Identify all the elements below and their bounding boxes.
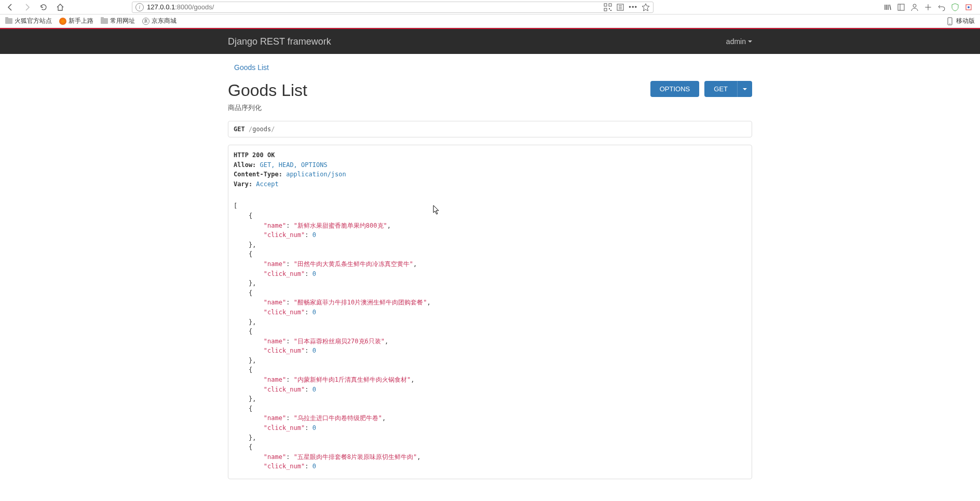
back-button[interactable]: [3, 1, 18, 13]
bookmark-common-sites[interactable]: 常用网址: [101, 17, 135, 25]
extension-icon[interactable]: [964, 3, 973, 11]
caret-down-icon: [748, 40, 752, 43]
request-path: goods: [252, 126, 271, 133]
svg-rect-3: [609, 8, 610, 9]
svg-rect-0: [604, 4, 607, 6]
request-box: GET /goods/: [228, 121, 752, 137]
svg-point-15: [913, 4, 916, 7]
svg-rect-1: [609, 4, 611, 6]
request-method: GET: [234, 126, 245, 133]
svg-point-17: [968, 6, 970, 8]
bookmark-star-icon[interactable]: [642, 3, 650, 11]
svg-rect-13: [898, 4, 904, 10]
user-name: admin: [726, 37, 746, 46]
bookmark-label: 京东商城: [152, 17, 176, 25]
brand-link[interactable]: Django REST framework: [228, 36, 331, 47]
page-subtitle: 商品序列化: [228, 103, 752, 113]
library-icon[interactable]: [883, 3, 892, 11]
bookmark-label: 火狐官方站点: [15, 17, 52, 25]
get-button[interactable]: GET: [704, 81, 737, 97]
shield-icon[interactable]: [951, 3, 959, 11]
svg-rect-2: [604, 8, 607, 11]
forward-button[interactable]: [20, 1, 34, 13]
response-header: Content-Type: application/json: [234, 170, 746, 179]
drf-header: Django REST framework admin: [0, 29, 980, 54]
svg-point-19: [949, 23, 950, 24]
bookmark-label: 常用网址: [110, 17, 135, 25]
menu-dots-icon[interactable]: •••: [629, 3, 637, 11]
firefox-icon: [59, 18, 66, 25]
qr-icon[interactable]: [604, 3, 612, 11]
url-bar[interactable]: i 127.0.0.1:8000/goods/ •••: [132, 2, 654, 13]
page-title: Goods List: [228, 81, 307, 100]
mobile-icon[interactable]: [946, 17, 954, 25]
bookmark-firefox-official[interactable]: 火狐官方站点: [5, 17, 52, 25]
bookmarks-bar: 火狐官方站点 新手上路 常用网址 京 京东商城 移动版: [0, 15, 980, 28]
home-button[interactable]: [53, 1, 67, 13]
response-status: HTTP 200 OK: [234, 151, 275, 159]
sidebar-icon[interactable]: [897, 3, 905, 11]
site-info-icon[interactable]: i: [135, 3, 144, 11]
undo-icon[interactable]: [937, 3, 946, 11]
sync-icon[interactable]: [924, 3, 932, 11]
main-content: Goods List Goods List OPTIONS GET 商品序列化 …: [228, 54, 752, 479]
folder-icon: [5, 18, 12, 24]
breadcrumb[interactable]: Goods List: [228, 63, 752, 72]
response-box: HTTP 200 OK Allow: GET, HEAD, OPTIONSCon…: [228, 145, 752, 479]
reload-button[interactable]: [36, 1, 51, 13]
options-button[interactable]: OPTIONS: [650, 81, 700, 97]
bookmark-label: 新手上路: [69, 17, 93, 25]
svg-rect-4: [610, 10, 611, 11]
svg-line-12: [890, 5, 891, 10]
reader-icon[interactable]: [616, 3, 624, 11]
response-json: [ { "name": "新鲜水果甜蜜香脆单果约800克", "click_nu…: [234, 201, 746, 471]
mobile-label[interactable]: 移动版: [956, 17, 975, 25]
folder-icon: [101, 18, 108, 24]
bookmark-newbie[interactable]: 新手上路: [59, 17, 93, 25]
account-icon[interactable]: [910, 3, 919, 11]
url-text: 127.0.0.1:8000/goods/: [147, 3, 214, 11]
browser-toolbar: i 127.0.0.1:8000/goods/ •••: [0, 0, 980, 15]
get-button-group: GET: [704, 81, 752, 97]
response-header: Allow: GET, HEAD, OPTIONS: [234, 160, 746, 170]
get-dropdown-button[interactable]: [737, 81, 752, 97]
caret-down-icon: [743, 88, 747, 90]
user-menu[interactable]: admin: [726, 37, 752, 46]
bookmark-jd[interactable]: 京 京东商城: [142, 17, 176, 25]
response-header: Vary: Accept: [234, 179, 746, 189]
jd-icon: 京: [142, 18, 149, 25]
